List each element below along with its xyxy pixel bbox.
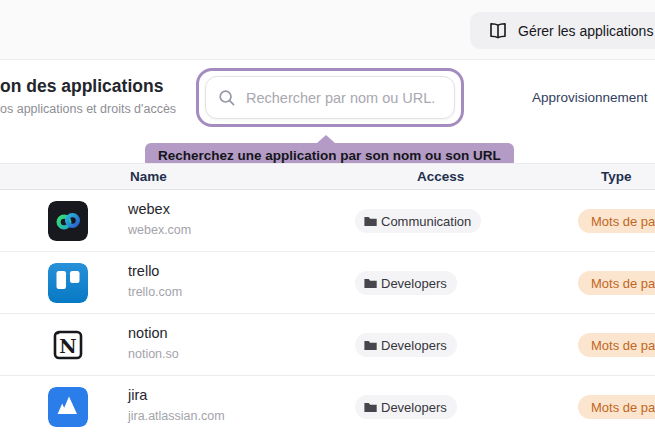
type-badge: Mots de passe	[578, 395, 655, 419]
access-badge: Developers	[355, 333, 457, 357]
access-badge: Developers	[355, 271, 457, 295]
table-row-jira[interactable]: jira jira.atlassian.com Developers Mots …	[0, 376, 655, 438]
app-url: webex.com	[128, 223, 191, 237]
jira-logo-icon	[48, 387, 88, 427]
type-badge: Mots de passe	[578, 271, 655, 295]
table-header-row: Name Access Type	[0, 163, 655, 190]
table-row-trello[interactable]: trello trello.com Developers Mots de pas…	[0, 252, 655, 314]
tooltip-text: Recherchez une application par son nom o…	[158, 148, 501, 163]
access-badge: Communication	[355, 209, 481, 233]
app-name: trello	[128, 263, 159, 279]
app-url: notion.so	[128, 347, 179, 361]
search-focus-ring	[196, 68, 464, 127]
folder-icon	[363, 214, 378, 229]
column-header-type: Type	[601, 164, 632, 190]
webex-logo-icon	[48, 201, 88, 241]
app-url: trello.com	[128, 285, 182, 299]
tooltip-arrow-icon	[317, 135, 335, 143]
manage-applications-label: Gérer les applications	[518, 23, 653, 39]
app-management-page: Gérer les applications on des applicatio…	[0, 0, 655, 438]
notion-logo-icon: N	[48, 325, 88, 365]
table-row-webex[interactable]: webex webex.com Communication Mots de pa…	[0, 190, 655, 252]
app-name: webex	[128, 201, 170, 217]
manage-applications-button[interactable]: Gérer les applications	[470, 12, 655, 49]
folder-icon	[363, 338, 378, 353]
top-bar: Gérer les applications	[0, 0, 655, 60]
search-icon	[218, 89, 236, 107]
table-row-notion[interactable]: N notion notion.so Developers Mots de pa…	[0, 314, 655, 376]
trello-logo-icon	[48, 263, 88, 303]
search-input[interactable]	[246, 90, 442, 106]
type-badge: Mots de passe	[578, 209, 655, 233]
app-name: notion	[128, 325, 168, 341]
type-badge: Mots de passe	[578, 333, 655, 357]
folder-icon	[363, 400, 378, 415]
column-header-access: Access	[417, 164, 464, 190]
svg-text:N: N	[59, 335, 76, 357]
search-box[interactable]	[205, 76, 455, 119]
page-title: on des applications	[0, 76, 163, 97]
tab-provisioning[interactable]: Approvisionnement	[532, 90, 648, 105]
page-subtitle: os applications et droits d'accès	[0, 102, 176, 116]
folder-icon	[363, 276, 378, 291]
open-book-icon	[488, 21, 508, 41]
app-url: jira.atlassian.com	[128, 409, 225, 423]
app-name: jira	[128, 387, 147, 403]
access-badge: Developers	[355, 395, 457, 419]
column-header-name: Name	[130, 164, 167, 190]
